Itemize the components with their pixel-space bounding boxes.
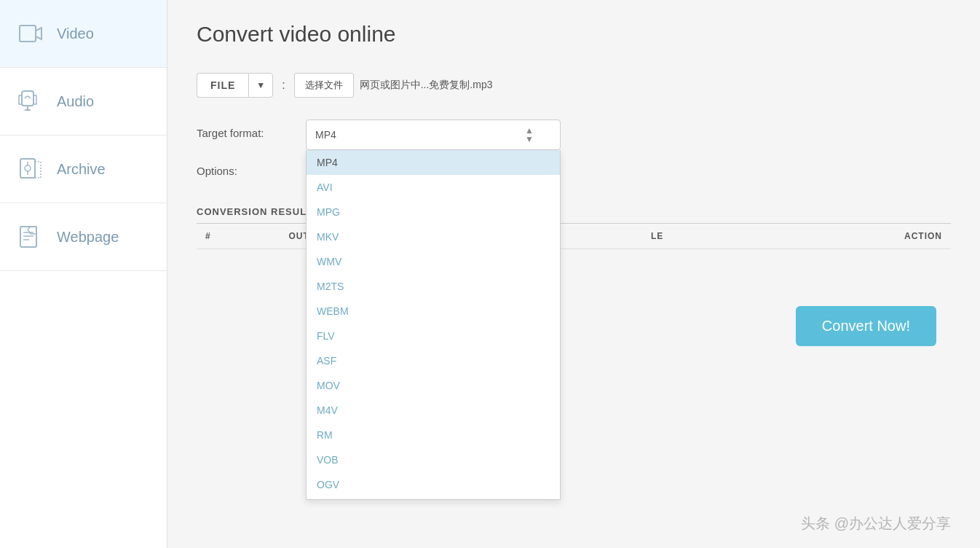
archive-icon (17, 156, 44, 182)
format-dropdown-list: MP4 AVI MPG MKV WMV M2TS WEBM FLV ASF MO… (306, 150, 561, 500)
file-dropdown-arrow[interactable]: ▼ (248, 73, 273, 98)
dropdown-item-mpg[interactable]: MPG (307, 200, 560, 224)
col-le: LE (642, 224, 751, 249)
sidebar-item-audio-label: Audio (57, 93, 94, 110)
sidebar-item-webpage-label: Webpage (57, 229, 119, 246)
dropdown-item-flv[interactable]: FLV (307, 324, 560, 348)
svg-rect-0 (20, 26, 36, 42)
dropdown-item-m4v[interactable]: M4V (307, 398, 560, 423)
format-selected-value: MP4 (315, 129, 336, 141)
watermark-text: 头条 @办公达人爱分享 (801, 514, 951, 533)
audio-icon (17, 88, 44, 114)
dropdown-item-avi[interactable]: AVI (307, 175, 560, 200)
chevron-down-icon: ▼ (256, 80, 265, 90)
sidebar-item-archive-label: Archive (57, 161, 106, 178)
file-name-text: 网页或图片中...免费复制.mp3 (360, 79, 493, 92)
dropdown-item-asf[interactable]: ASF (307, 348, 560, 373)
file-colon: : (282, 79, 285, 92)
svg-rect-1 (22, 91, 33, 106)
choose-file-button[interactable]: 选择文件 (294, 73, 354, 98)
dropdown-item-m2ts[interactable]: M2TS (307, 274, 560, 299)
sidebar-item-webpage[interactable]: Webpage (0, 203, 167, 271)
dropdown-item-vob[interactable]: VOB (307, 447, 560, 472)
dropdown-item-mp4[interactable]: MP4 (307, 150, 560, 175)
convert-now-button[interactable]: Convert Now! (796, 306, 936, 346)
col-empty (579, 224, 642, 249)
dropdown-item-webm[interactable]: WEBM (307, 299, 560, 324)
main-content: Convert video online FILE ▼ : 选择文件 网页或图片… (167, 0, 980, 548)
col-action: ACTION (751, 224, 951, 249)
video-icon (17, 20, 44, 47)
dropdown-item-mkv[interactable]: MKV (307, 224, 560, 249)
format-arrows-icon: ▲▼ (525, 126, 534, 144)
file-btn-group: FILE ▼ (197, 73, 273, 98)
sidebar: Video Audio Archive (0, 0, 167, 548)
target-format-label: Target format: (197, 120, 291, 139)
file-row: FILE ▼ : 选择文件 网页或图片中...免费复制.mp3 (197, 73, 951, 98)
format-select-wrapper: MP4 ▲▼ MP4 AVI MPG MKV WMV M2TS WEBM FLV… (306, 120, 561, 150)
page-title: Convert video online (197, 22, 951, 47)
file-button[interactable]: FILE (197, 73, 248, 98)
col-hash: # (197, 224, 280, 249)
dropdown-item-rm[interactable]: RM (307, 423, 560, 447)
dropdown-item-ogv[interactable]: OGV (307, 472, 560, 497)
svg-rect-4 (20, 159, 35, 178)
webpage-icon (17, 224, 44, 250)
sidebar-item-archive[interactable]: Archive (0, 136, 167, 203)
svg-point-5 (25, 165, 31, 171)
dropdown-item-swf[interactable]: SWF (307, 497, 560, 500)
sidebar-item-video[interactable]: Video (0, 0, 167, 68)
format-row: Target format: MP4 ▲▼ MP4 AVI MPG MKV WM… (197, 120, 951, 150)
dropdown-item-mov[interactable]: MOV (307, 373, 560, 398)
sidebar-item-audio[interactable]: Audio (0, 68, 167, 136)
file-input-area: 选择文件 网页或图片中...免费复制.mp3 (294, 73, 493, 98)
sidebar-item-video-label: Video (57, 26, 94, 42)
format-select-display[interactable]: MP4 ▲▼ (306, 120, 561, 150)
options-label: Options: (197, 165, 291, 177)
dropdown-item-wmv[interactable]: WMV (307, 249, 560, 274)
